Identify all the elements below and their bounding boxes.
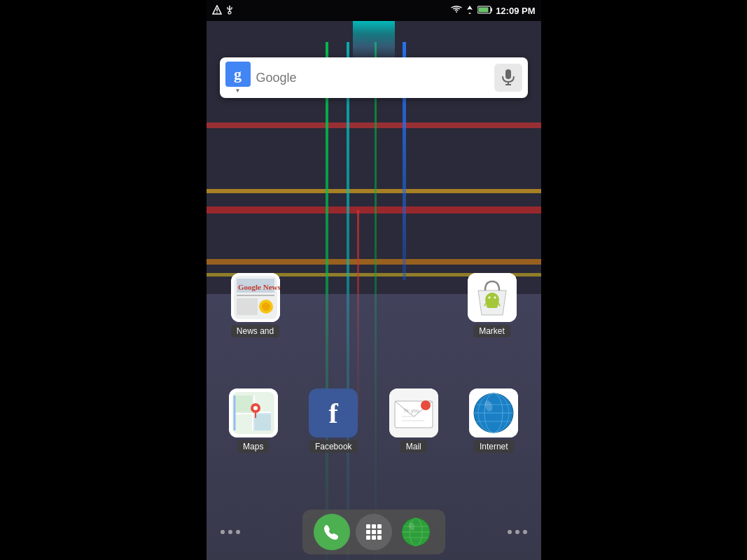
- mail-icon: To: you: [389, 388, 438, 438]
- dock-dot-6: [523, 530, 527, 534]
- status-bar: 12:09 PM: [207, 0, 541, 21]
- google-logo-button[interactable]: g ▼: [225, 62, 251, 94]
- phone-screen: 12:09 PM g ▼: [207, 0, 541, 560]
- dock-dot-1: [221, 530, 225, 534]
- dock-dot-3: [236, 530, 240, 534]
- dock-dot-5: [515, 530, 519, 534]
- market-label: Market: [473, 325, 510, 337]
- svg-rect-61: [377, 536, 382, 540]
- svg-rect-53: [366, 524, 370, 528]
- svg-rect-26: [487, 300, 498, 308]
- svg-rect-57: [372, 530, 376, 534]
- mail-label: Mail: [400, 440, 427, 453]
- svg-rect-54: [372, 524, 376, 528]
- svg-point-28: [494, 297, 496, 299]
- google-search-input[interactable]: [256, 71, 494, 85]
- maps-app[interactable]: Maps: [222, 388, 285, 453]
- status-icons-left: [212, 5, 235, 16]
- svg-point-2: [216, 12, 218, 13]
- internet-icon: [469, 388, 518, 438]
- svg-rect-18: [237, 295, 274, 296]
- facebook-app[interactable]: f Facebook: [302, 388, 365, 453]
- svg-rect-19: [237, 298, 258, 315]
- apps-grid-button[interactable]: [356, 514, 392, 550]
- usb-icon: [225, 5, 235, 16]
- market-icon: [468, 273, 517, 322]
- svg-point-43: [421, 400, 431, 410]
- maps-icon: [229, 388, 278, 438]
- dock-dot-2: [228, 530, 232, 534]
- svg-point-36: [253, 406, 258, 410]
- search-bar[interactable]: g ▼: [220, 57, 528, 98]
- market-app[interactable]: Market: [461, 273, 524, 337]
- svg-rect-59: [366, 536, 370, 540]
- bottom-dock: [207, 504, 541, 560]
- status-icons-right: 12:09 PM: [451, 5, 535, 16]
- top-beam: [353, 21, 395, 63]
- phone-button[interactable]: [314, 514, 350, 550]
- svg-point-23: [262, 302, 270, 311]
- svg-point-27: [488, 297, 490, 299]
- browser-button[interactable]: [398, 514, 434, 550]
- google-dropdown-arrow: ▼: [235, 88, 241, 94]
- facebook-f-letter: f: [329, 397, 338, 430]
- internet-app[interactable]: Internet: [462, 388, 525, 453]
- airplane-icon: [465, 5, 475, 16]
- svg-rect-56: [366, 530, 370, 534]
- dock-center: [302, 510, 445, 554]
- news-weather-app[interactable]: Google News News and: [224, 273, 287, 337]
- bottom-apps-row: Maps f Facebook To: you: [207, 388, 541, 453]
- dock-dot-4: [508, 530, 512, 534]
- alert-icon: [212, 5, 222, 16]
- news-weather-label: News and: [231, 325, 279, 337]
- svg-text:To: you: To: you: [403, 408, 419, 414]
- svg-rect-11: [505, 69, 511, 79]
- top-apps-row: Google News News and: [207, 273, 541, 337]
- dock-left-dots[interactable]: [214, 530, 247, 534]
- mic-button[interactable]: [494, 64, 522, 92]
- facebook-icon: f: [309, 388, 358, 438]
- battery-icon: [477, 6, 493, 15]
- svg-rect-60: [372, 536, 376, 540]
- svg-rect-9: [491, 8, 492, 12]
- dock-right-dots[interactable]: [501, 530, 534, 534]
- maps-label: Maps: [237, 440, 269, 453]
- svg-rect-10: [479, 8, 489, 13]
- status-time: 12:09 PM: [496, 6, 535, 16]
- facebook-label: Facebook: [309, 440, 358, 453]
- svg-text:Google News: Google News: [238, 283, 280, 291]
- svg-rect-58: [377, 530, 382, 534]
- news-weather-icon: Google News: [231, 273, 280, 322]
- internet-label: Internet: [474, 440, 514, 453]
- wifi-icon: [451, 6, 462, 15]
- mail-app[interactable]: To: you Mail: [382, 388, 445, 453]
- google-g-letter: g: [225, 62, 251, 87]
- svg-rect-55: [377, 524, 382, 528]
